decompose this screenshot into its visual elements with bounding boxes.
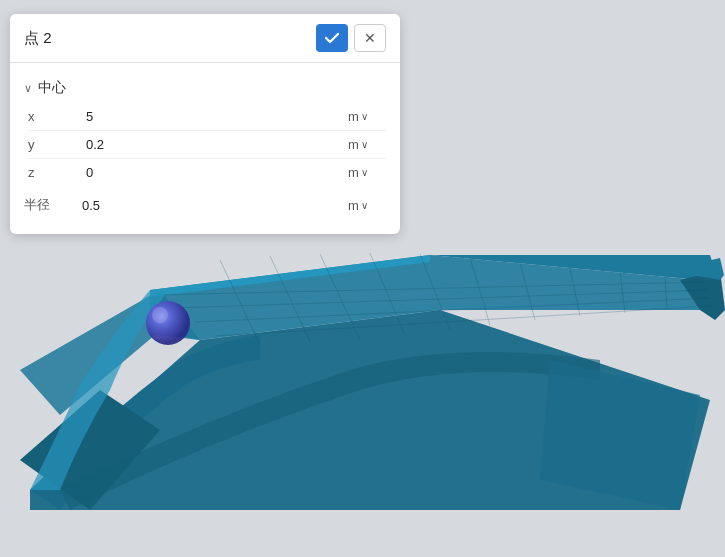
field-label-x: x [28, 109, 78, 124]
section-header-center[interactable]: ∨ 中心 [24, 73, 386, 103]
svg-point-16 [146, 301, 190, 345]
field-input-y[interactable] [78, 137, 348, 152]
panel-buttons: ✕ [316, 24, 386, 52]
field-row-radius: 半径 m ∨ [24, 190, 386, 220]
unit-chevron-z: ∨ [361, 167, 368, 178]
unit-label-x: m [348, 109, 359, 124]
field-row-z: z m ∨ [28, 159, 386, 186]
field-row-y: y m ∨ [28, 131, 386, 159]
panel-body: ∨ 中心 x m ∨ y m ∨ [10, 63, 400, 234]
section-chevron: ∨ [24, 82, 32, 95]
field-unit-radius[interactable]: m ∨ [348, 198, 386, 213]
field-unit-x[interactable]: m ∨ [348, 109, 386, 124]
unit-label-z: m [348, 165, 359, 180]
field-label-z: z [28, 165, 78, 180]
panel-header: 点 2 ✕ [10, 14, 400, 63]
field-label-y: y [28, 137, 78, 152]
field-input-radius[interactable] [74, 198, 348, 213]
unit-label-y: m [348, 137, 359, 152]
unit-label-radius: m [348, 198, 359, 213]
field-unit-y[interactable]: m ∨ [348, 137, 386, 152]
svg-point-17 [152, 307, 168, 323]
check-icon [324, 30, 340, 46]
unit-chevron-y: ∨ [361, 139, 368, 150]
field-label-radius: 半径 [24, 196, 74, 214]
unit-chevron-x: ∨ [361, 111, 368, 122]
close-button[interactable]: ✕ [354, 24, 386, 52]
field-unit-z[interactable]: m ∨ [348, 165, 386, 180]
panel-title: 点 2 [24, 29, 52, 48]
field-row-x: x m ∨ [28, 103, 386, 131]
section-content: x m ∨ y m ∨ z m [24, 103, 386, 186]
properties-panel: 点 2 ✕ ∨ 中心 x m ∨ [10, 14, 400, 234]
confirm-button[interactable] [316, 24, 348, 52]
unit-chevron-radius: ∨ [361, 200, 368, 211]
section-label: 中心 [38, 79, 66, 97]
field-input-x[interactable] [78, 109, 348, 124]
field-input-z[interactable] [78, 165, 348, 180]
